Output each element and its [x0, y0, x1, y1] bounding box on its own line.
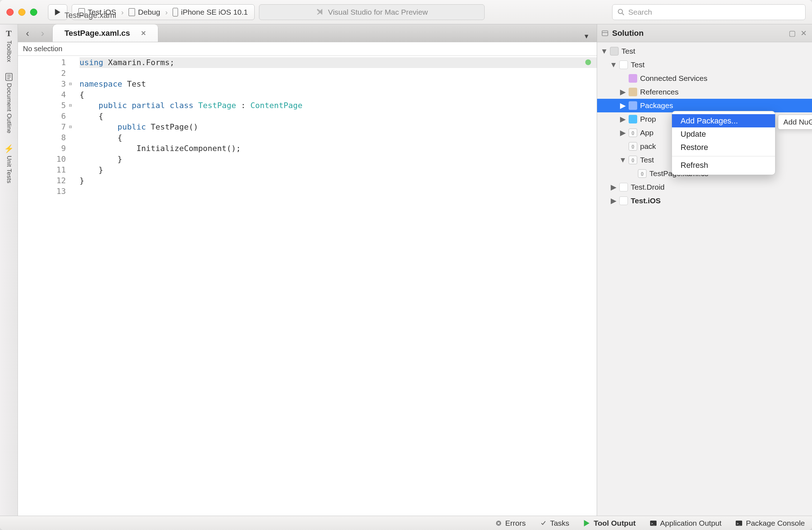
solution-title: Solution [612, 29, 644, 38]
vs-icon [316, 8, 325, 16]
tree-item-label: References [640, 88, 678, 96]
tree-item-label: Test [640, 156, 654, 164]
proj-icon [619, 196, 628, 205]
disclosure-icon[interactable]: ▶ [620, 128, 626, 137]
packages-context-menu[interactable]: Add Packages...UpdateRestoreRefresh [672, 111, 775, 175]
svg-text:>_: >_ [737, 521, 741, 525]
errors-pad[interactable]: Errors [495, 519, 526, 527]
tree-item-proj[interactable]: ▼Test [597, 58, 812, 72]
window-controls [6, 9, 37, 16]
doc-outline-pad[interactable]: Document Outline [5, 73, 13, 133]
tool-output-pad[interactable]: Tool Output [583, 519, 635, 527]
cs-icon: {} [638, 169, 647, 178]
ref-icon [629, 88, 637, 96]
context-menu-item[interactable]: Refresh [672, 159, 775, 172]
tree-item-label: Prop [640, 115, 656, 123]
left-sidebar: T Toolbox Document Outline ⚡ Unit Tests [0, 24, 18, 516]
cs-icon: {} [629, 142, 637, 151]
bolt-icon: ⚡ [4, 144, 14, 154]
disclosure-icon[interactable]: ▼ [620, 156, 626, 164]
tree-item-sol[interactable]: ▼Test [597, 44, 812, 58]
tree-item-label: Packages [640, 101, 673, 110]
outline-icon [5, 73, 13, 81]
close-pad-button[interactable]: ✕ [800, 29, 808, 37]
editor-tab[interactable]: TestPage.xaml [52, 6, 158, 24]
tree-item-serv[interactable]: Connected Services [597, 72, 812, 85]
toolbox-pad[interactable]: T Toolbox [5, 29, 13, 62]
tool-label: Tool Output [594, 519, 635, 527]
search-input[interactable] [628, 8, 800, 16]
main-area: T Toolbox Document Outline ⚡ Unit Tests … [0, 24, 812, 516]
tree-item-ref[interactable]: ▶References [597, 85, 812, 99]
nav-back-button[interactable]: ‹ [20, 26, 35, 40]
svg-line-1 [622, 13, 624, 15]
tasks-pad[interactable]: Tasks [540, 519, 570, 527]
close-window[interactable] [6, 9, 14, 16]
tests-label: Unit Tests [5, 156, 13, 183]
context-menu-item[interactable]: Restore [672, 141, 775, 154]
solution-panel: Solution ▢ ✕ ▼Test▼TestConnected Service… [597, 24, 812, 516]
cs-icon: {} [629, 128, 637, 137]
editor-tab[interactable]: TestPage.xaml.cs✕ [52, 24, 158, 42]
svg-point-0 [618, 9, 623, 14]
context-menu-item[interactable]: Update [672, 127, 775, 141]
status-bar: Errors Tasks Tool Output >_Application O… [0, 516, 812, 530]
tasks-label: Tasks [550, 519, 570, 527]
app-output-pad[interactable]: >_Application Output [650, 519, 722, 527]
disclosure-icon[interactable]: ▶ [611, 196, 616, 205]
unit-tests-pad[interactable]: ⚡ Unit Tests [4, 144, 14, 183]
tree-item-proj[interactable]: ▶Test.Droid [597, 180, 812, 194]
editor-pane: ‹ › TestPage.xamlTestPage.xaml.cs✕ ▾ No … [18, 24, 597, 516]
breadcrumb[interactable]: No selection [18, 42, 597, 56]
close-tab-icon[interactable]: ✕ [141, 29, 146, 37]
chevron-right-icon: › [165, 8, 168, 16]
sol-icon [610, 47, 619, 55]
errors-label: Errors [505, 519, 526, 527]
pkg-label: Package Console [746, 519, 805, 527]
device-icon [173, 8, 178, 16]
disclosure-icon[interactable]: ▶ [611, 183, 616, 191]
nav-forward-button[interactable]: › [35, 26, 50, 40]
solution-icon [601, 30, 609, 37]
svg-text:>_: >_ [651, 521, 655, 525]
tree-item-label: Test.Droid [631, 183, 665, 191]
disclosure-icon[interactable]: ▼ [611, 60, 616, 69]
context-tooltip: Add NuGe [778, 115, 812, 130]
code-source[interactable]: using Xamarin.Forms; namespace Test{ pub… [75, 56, 597, 516]
proj-icon [619, 60, 628, 69]
tab-overflow-button[interactable]: ▾ [580, 30, 592, 42]
tree-item-proj[interactable]: ▶Test.iOS [597, 194, 812, 208]
search-box[interactable] [612, 4, 806, 20]
minimize-window[interactable] [18, 9, 25, 16]
app-label: Application Output [660, 519, 722, 527]
zoom-window[interactable] [30, 9, 37, 16]
maximize-pad-button[interactable]: ▢ [788, 29, 796, 37]
outline-label: Document Outline [5, 83, 13, 133]
tree-item-label: App [640, 128, 653, 137]
solution-header: Solution ▢ ✕ [597, 24, 812, 42]
line-gutter: 123⊟45⊟67⊟8910111213 [18, 56, 75, 516]
tree-item-label: Test [621, 47, 635, 55]
toolbox-label: Toolbox [5, 40, 13, 62]
toolbox-icon: T [6, 29, 11, 38]
code-editor[interactable]: 123⊟45⊟67⊟8910111213 using Xamarin.Forms… [18, 56, 597, 516]
disclosure-icon[interactable]: ▶ [620, 88, 626, 96]
tree-item-label: Test [631, 60, 645, 69]
package-console-pad[interactable]: >_Package Console [736, 519, 805, 527]
proj-icon [619, 183, 628, 191]
disclosure-icon[interactable]: ▶ [620, 101, 626, 110]
tree-item-pkg[interactable]: ▶Packages [597, 99, 812, 112]
status-indicator [585, 59, 591, 65]
cs-icon: {} [629, 156, 637, 164]
title-bar: Visual Studio for Mac Preview [259, 4, 485, 20]
tree-item-label: Test.iOS [631, 196, 661, 205]
disclosure-icon[interactable]: ▶ [620, 115, 626, 123]
app-title: Visual Studio for Mac Preview [328, 8, 428, 16]
config-device: iPhone SE iOS 10.1 [181, 8, 248, 16]
disclosure-icon[interactable]: ▼ [601, 47, 607, 55]
editor-tabs: ‹ › TestPage.xamlTestPage.xaml.cs✕ ▾ [18, 24, 597, 42]
app-window: Test.iOS › Debug › iPhone SE iOS 10.1 Vi… [0, 0, 812, 530]
search-icon [618, 9, 625, 16]
context-menu-item[interactable]: Add Packages... [672, 114, 775, 127]
pkg-icon [629, 101, 637, 110]
